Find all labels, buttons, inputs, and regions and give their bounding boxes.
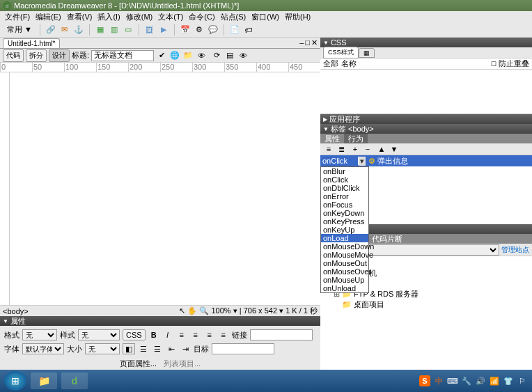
event-cell[interactable]: onClick: [320, 157, 359, 165]
event-option[interactable]: onLoad: [321, 234, 368, 242]
css-panel-header[interactable]: ▼CSS: [320, 38, 532, 47]
templates-icon[interactable]: 📄: [229, 24, 240, 36]
div-icon[interactable]: ▭: [123, 24, 134, 36]
flag-icon[interactable]: ⚐: [517, 375, 528, 386]
menu-window[interactable]: 窗口(W): [249, 12, 281, 22]
event-option[interactable]: onKeyPress: [321, 217, 368, 226]
design-canvas[interactable]: [0, 72, 320, 305]
table-icon[interactable]: ▦: [95, 24, 106, 36]
attributes-tab[interactable]: 属性: [320, 134, 344, 143]
browser-check-icon[interactable]: 🌐: [169, 50, 180, 61]
date-icon[interactable]: 📅: [180, 24, 191, 36]
event-option[interactable]: onBlur: [321, 167, 368, 175]
align-center-icon[interactable]: ≡: [190, 329, 201, 340]
manage-sites-link[interactable]: 管理站点: [501, 245, 529, 255]
hyperlink-icon[interactable]: 🔗: [45, 24, 56, 36]
list-ul-icon[interactable]: ☰: [138, 343, 149, 354]
list-item-button[interactable]: 列表项目...: [164, 359, 201, 369]
target-input[interactable]: [212, 343, 274, 354]
toolbar-category[interactable]: 常用 ▼: [4, 24, 35, 35]
menu-insert[interactable]: 插入(I): [95, 12, 122, 22]
network-icon[interactable]: 📶: [489, 375, 500, 386]
menu-modify[interactable]: 修改(M): [124, 12, 155, 22]
volume-icon[interactable]: 🔊: [475, 375, 486, 386]
event-dropdown-icon[interactable]: ▾: [359, 157, 366, 166]
refresh-icon[interactable]: ⟳: [211, 50, 222, 61]
tool-icon[interactable]: 🔧: [461, 375, 472, 386]
layers-tab[interactable]: ▦: [359, 48, 375, 58]
menu-site[interactable]: 站点(S): [219, 12, 249, 22]
italic-icon[interactable]: I: [162, 329, 173, 340]
menu-file[interactable]: 文件(F): [3, 12, 32, 22]
validate-icon[interactable]: ✔: [156, 50, 167, 61]
add-behavior-icon[interactable]: +: [350, 143, 361, 155]
remove-behavior-icon[interactable]: −: [362, 143, 373, 155]
page-properties-button[interactable]: 页面属性...: [120, 359, 157, 369]
move-up-icon[interactable]: ▲: [376, 143, 387, 155]
tag-panel-header[interactable]: ▼标签 <body>: [320, 124, 532, 134]
anchor-icon[interactable]: ⚓: [73, 24, 84, 36]
align-left-icon[interactable]: ≡: [176, 329, 187, 340]
server-icon[interactable]: ⚙: [194, 24, 205, 36]
show-set-events-icon[interactable]: ≡: [323, 143, 334, 155]
window-size[interactable]: 706 x 542: [244, 306, 277, 315]
view-options-icon[interactable]: ▤: [224, 50, 235, 61]
file-mgmt-icon[interactable]: 📁: [182, 50, 194, 61]
event-dropdown-list[interactable]: onBluronClickonDblClickonErroronFocusonK…: [320, 166, 369, 293]
keyboard-icon[interactable]: ⌨: [447, 375, 458, 386]
menu-view[interactable]: 查看(V): [65, 12, 95, 22]
event-option[interactable]: onMouseMove: [321, 251, 368, 259]
media-icon[interactable]: ▶: [158, 24, 169, 36]
css-button[interactable]: CSS: [123, 329, 146, 340]
code-view-button[interactable]: 代码: [3, 49, 24, 62]
hand-tool-icon[interactable]: ✋: [187, 306, 197, 315]
move-down-icon[interactable]: ▼: [389, 143, 400, 155]
zoom-level[interactable]: 100%: [212, 306, 231, 315]
text-color-icon[interactable]: ◧: [123, 343, 135, 354]
style-select[interactable]: 无: [78, 329, 120, 340]
comment-icon[interactable]: 💬: [208, 24, 219, 36]
title-input[interactable]: [91, 50, 154, 61]
css-styles-tab[interactable]: CSS样式: [323, 47, 359, 58]
event-option[interactable]: onFocus: [321, 201, 368, 209]
show-all-events-icon[interactable]: ≣: [336, 143, 347, 155]
align-justify-icon[interactable]: ≡: [218, 329, 229, 340]
visual-aids-icon[interactable]: 👁: [237, 50, 249, 61]
sogou-icon[interactable]: S: [419, 375, 430, 386]
prevent-overlap-checkbox[interactable]: ☐ 防止重叠: [491, 58, 529, 69]
image-icon[interactable]: 🖼: [144, 24, 155, 36]
font-select[interactable]: 默认字体: [22, 343, 64, 354]
start-button[interactable]: ⊞: [4, 371, 26, 391]
bold-icon[interactable]: B: [148, 329, 159, 340]
split-view-button[interactable]: 拆分: [26, 49, 47, 62]
behavior-row[interactable]: onClick ▾ ⚙弹出信息: [320, 155, 532, 166]
behaviors-list[interactable]: onClick ▾ ⚙弹出信息 onBluronClickonDblClicko…: [320, 155, 532, 224]
properties-header[interactable]: ▼属性: [0, 316, 320, 326]
menu-edit[interactable]: 编辑(E): [33, 12, 63, 22]
doc-window-controls[interactable]: –□✕: [299, 38, 318, 47]
windows-taskbar[interactable]: ⊞ 📁 d S 中 ⌨ 🔧 🔊 📶 👕 ⚐: [0, 370, 532, 392]
event-option[interactable]: onDblClick: [321, 184, 368, 192]
select-tool-icon[interactable]: ↖: [179, 306, 185, 315]
link-input[interactable]: [250, 329, 313, 340]
event-option[interactable]: onClick: [321, 175, 368, 184]
layout-icon[interactable]: ▥: [109, 24, 120, 36]
email-icon[interactable]: ✉: [59, 24, 70, 36]
zoom-tool-icon[interactable]: 🔍: [199, 306, 209, 315]
person-icon[interactable]: 👕: [503, 375, 514, 386]
event-option[interactable]: onMouseOver: [321, 267, 368, 276]
tag-icon[interactable]: 🏷: [243, 24, 254, 36]
document-tab[interactable]: Untitled-1.html*: [3, 38, 60, 48]
indent-icon[interactable]: ⇥: [180, 343, 191, 354]
behaviors-tab[interactable]: 行为: [344, 134, 368, 143]
align-right-icon[interactable]: ≡: [204, 329, 215, 340]
ime-icon[interactable]: 中: [433, 375, 444, 386]
preview-icon[interactable]: 👁: [196, 50, 207, 61]
explorer-task-icon[interactable]: 📁: [31, 373, 57, 389]
menu-bar[interactable]: 文件(F) 编辑(E) 查看(V) 插入(I) 修改(M) 文本(T) 命令(C…: [0, 11, 532, 22]
design-view-button[interactable]: 设计: [49, 49, 70, 62]
action-cell[interactable]: ⚙弹出信息: [366, 156, 411, 166]
tag-selector[interactable]: <body>: [3, 307, 29, 315]
event-option[interactable]: onMouseOut: [321, 259, 368, 267]
outdent-icon[interactable]: ⇤: [166, 343, 177, 354]
